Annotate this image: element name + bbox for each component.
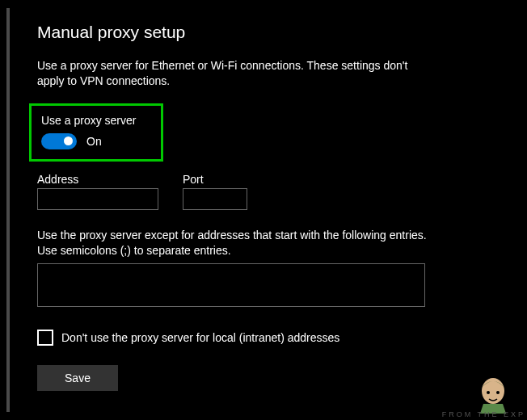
address-port-row: Address Port — [37, 173, 498, 210]
port-input[interactable] — [183, 188, 247, 210]
address-label: Address — [37, 173, 158, 186]
port-field-group: Port — [183, 173, 247, 210]
port-label: Port — [183, 173, 247, 186]
watermark-text: FROM THE EXP — [442, 410, 525, 418]
svg-point-0 — [482, 378, 504, 404]
exceptions-label: Use the proxy server except for addresse… — [37, 228, 433, 258]
local-bypass-row: Don't use the proxy server for local (in… — [37, 330, 498, 346]
left-scrollbar-accent — [6, 8, 10, 412]
avatar-icon — [469, 373, 517, 414]
svg-point-1 — [487, 391, 490, 394]
highlight-annotation: Use a proxy server On — [29, 103, 163, 162]
proxy-description: Use a proxy server for Ethernet or Wi-Fi… — [37, 58, 425, 89]
svg-point-2 — [496, 391, 500, 394]
local-bypass-checkbox[interactable] — [37, 330, 53, 346]
local-bypass-label: Don't use the proxy server for local (in… — [61, 331, 339, 344]
use-proxy-label: Use a proxy server — [41, 114, 151, 127]
toggle-knob-icon — [64, 136, 73, 145]
address-input[interactable] — [37, 188, 158, 210]
proxy-settings-panel: Manual proxy setup Use a proxy server fo… — [16, 8, 519, 412]
use-proxy-toggle-row: On — [41, 133, 151, 149]
use-proxy-toggle[interactable] — [41, 133, 77, 149]
exceptions-input[interactable] — [37, 263, 425, 307]
toggle-state-text: On — [86, 135, 102, 148]
address-field-group: Address — [37, 173, 158, 210]
save-button[interactable]: Save — [37, 365, 118, 391]
page-title: Manual proxy setup — [37, 23, 498, 42]
